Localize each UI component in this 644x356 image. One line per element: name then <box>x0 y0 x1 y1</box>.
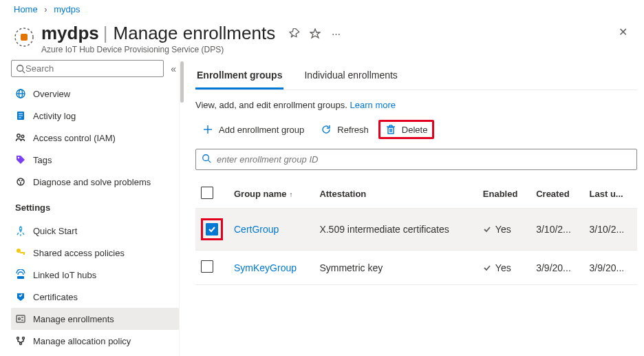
collapse-sidebar-icon[interactable]: « <box>171 63 176 74</box>
more-icon[interactable]: ⋯ <box>330 28 341 39</box>
add-enrollment-button[interactable]: Add enrollment group <box>195 120 311 139</box>
group-name-link[interactable]: SymKeyGroup <box>234 262 297 273</box>
sidebar-item-label: Activity log <box>33 111 76 121</box>
delete-label: Delete <box>402 125 428 135</box>
tab-groups[interactable]: Enrollment groups <box>195 67 283 90</box>
close-icon[interactable]: ✕ <box>616 23 630 41</box>
allocation-icon <box>15 335 26 346</box>
pin-icon[interactable] <box>289 28 300 39</box>
filter-input[interactable] <box>217 154 631 165</box>
svg-point-15 <box>20 228 21 229</box>
sidebar-item-label: Linked IoT hubs <box>33 270 96 280</box>
updated-cell: 3/10/2... <box>584 209 637 251</box>
refresh-icon <box>321 124 332 135</box>
sidebar-item-allocation[interactable]: Manage allocation policy <box>11 330 179 352</box>
col-updated[interactable]: Last u... <box>584 180 637 209</box>
description-text: View, add, and edit enrollment groups. <box>195 100 347 110</box>
resource-name: mydps <box>41 23 99 44</box>
created-cell: 3/9/20... <box>530 251 583 285</box>
enroll-icon <box>15 313 26 324</box>
enabled-cell: Yes <box>483 262 525 273</box>
svg-point-2 <box>17 65 23 71</box>
sidebar: « OverviewActivity logAccess control (IA… <box>0 60 179 356</box>
col-created[interactable]: Created <box>530 180 583 209</box>
col-attestation[interactable]: Attestation <box>314 180 477 209</box>
group-name-link[interactable]: CertGroup <box>234 224 279 235</box>
sidebar-item-quickstart[interactable]: Quick Start <box>11 220 179 242</box>
tab-individual[interactable]: Individual enrollments <box>303 67 398 90</box>
sort-asc-icon: ↑ <box>290 191 293 198</box>
description: View, add, and edit enrollment groups. L… <box>195 100 637 110</box>
refresh-button[interactable]: Refresh <box>314 120 376 139</box>
sidebar-item-label: Quick Start <box>33 226 77 236</box>
table-row: CertGroupX.509 intermediate certificates… <box>195 209 637 251</box>
toolbar: Add enrollment group Refresh Delete <box>195 120 637 139</box>
updated-cell: 3/9/20... <box>584 251 637 285</box>
col-enabled[interactable]: Enabled <box>477 180 530 209</box>
sidebar-item-diagnose[interactable]: Diagnose and solve problems <box>11 171 179 193</box>
search-icon <box>16 64 25 74</box>
sidebar-item-label: Manage allocation policy <box>33 336 131 346</box>
sidebar-item-label: Tags <box>33 155 52 165</box>
sidebar-item-sas[interactable]: Shared access policies <box>11 242 179 264</box>
tag-icon <box>15 154 26 165</box>
add-label: Add enrollment group <box>219 125 304 135</box>
svg-rect-1 <box>21 34 28 41</box>
check-icon <box>483 264 491 272</box>
enrollment-table: Group name↑ Attestation Enabled Created … <box>195 180 637 285</box>
svg-point-13 <box>18 157 19 158</box>
learn-more-link[interactable]: Learn more <box>350 100 396 110</box>
svg-rect-17 <box>20 252 25 253</box>
globe-icon <box>15 88 26 99</box>
sidebar-scrollbar[interactable] <box>179 60 184 356</box>
log-icon <box>15 110 26 121</box>
sidebar-item-overview[interactable]: Overview <box>11 83 179 105</box>
favorite-icon[interactable] <box>310 28 321 39</box>
refresh-label: Refresh <box>337 125 369 135</box>
svg-point-11 <box>17 134 20 137</box>
row-checkbox[interactable] <box>201 260 213 273</box>
page-header: mydps | Manage enrollments ⋯ Azure IoT H… <box>0 19 644 60</box>
sidebar-item-certs[interactable]: Certificates <box>11 286 179 308</box>
sidebar-item-label: Overview <box>33 89 70 99</box>
sidebar-item-enrollments[interactable]: Manage enrollments <box>11 308 179 330</box>
sidebar-item-iam[interactable]: Access control (IAM) <box>11 127 179 149</box>
svg-point-25 <box>23 337 25 339</box>
hub-icon <box>15 269 26 280</box>
attestation-cell: X.509 intermediate certificates <box>314 209 477 251</box>
svg-point-24 <box>17 337 19 339</box>
select-all-checkbox[interactable] <box>201 187 213 199</box>
delete-icon <box>385 124 396 135</box>
page-title: Manage enrollments <box>114 23 276 44</box>
created-cell: 3/10/2... <box>530 209 583 251</box>
attestation-cell: Symmetric key <box>314 251 477 285</box>
delete-button[interactable]: Delete <box>378 120 435 139</box>
svg-rect-19 <box>17 276 24 279</box>
sidebar-item-label: Manage enrollments <box>33 314 114 324</box>
plus-icon <box>202 124 213 135</box>
sidebar-item-label: Shared access policies <box>33 248 125 258</box>
sidebar-item-tags[interactable]: Tags <box>11 149 179 171</box>
sidebar-item-activity[interactable]: Activity log <box>11 105 179 127</box>
svg-point-36 <box>203 155 209 161</box>
table-row: SymKeyGroupSymmetric keyYes3/9/20...3/9/… <box>195 251 637 285</box>
col-name[interactable]: Group name↑ <box>228 180 314 209</box>
svg-point-21 <box>19 318 21 320</box>
diagnose-icon <box>15 176 26 187</box>
row-checkbox[interactable] <box>206 223 218 235</box>
iam-icon <box>15 132 26 143</box>
sidebar-item-label: Certificates <box>33 292 78 302</box>
sidebar-section-settings: Settings <box>11 193 179 217</box>
svg-point-26 <box>20 343 22 345</box>
breadcrumb-home[interactable]: Home <box>14 4 38 14</box>
service-subtitle: Azure IoT Hub Device Provisioning Servic… <box>41 45 616 54</box>
filter-search-icon <box>202 154 211 165</box>
sidebar-item-hubs[interactable]: Linked IoT hubs <box>11 264 179 286</box>
svg-line-37 <box>208 160 211 163</box>
key-icon <box>15 247 26 258</box>
rocket-icon <box>15 225 26 236</box>
sidebar-search-input[interactable] <box>25 63 159 74</box>
filter-box[interactable] <box>195 149 637 170</box>
sidebar-search[interactable] <box>11 60 164 77</box>
breadcrumb-resource[interactable]: mydps <box>54 4 80 14</box>
